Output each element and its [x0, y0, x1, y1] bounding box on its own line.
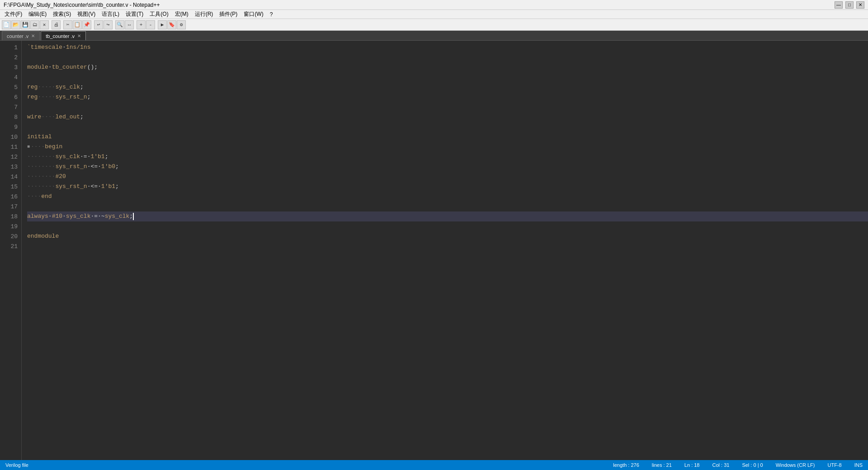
replace-button[interactable]: ↔: [125, 20, 134, 29]
code-line-1: `timescale·1ns/1ns: [27, 42, 868, 52]
copy-button[interactable]: 📋: [73, 20, 82, 29]
code-line-12: ········sys_clk·=·1'b1;: [27, 152, 868, 162]
tabbar: counter .v ✕ tb_counter .v ✕: [0, 31, 868, 41]
col-label: Col : 31: [710, 462, 731, 468]
menu-plugins[interactable]: 插件(P): [217, 10, 240, 19]
open-button[interactable]: 📂: [11, 20, 20, 29]
line-num-16: 16: [0, 192, 21, 202]
editor: 1 2 3 4 5 6 7 8 9 10 11 12 13 14 15 16 1…: [0, 41, 868, 460]
paste-button[interactable]: 📌: [82, 20, 91, 29]
code-line-17: [27, 202, 868, 212]
redo-button[interactable]: ↪: [104, 20, 113, 29]
encoding-label: UTF-8: [826, 462, 843, 468]
bookmark-button[interactable]: 🔖: [167, 20, 176, 29]
menu-help[interactable]: ?: [267, 11, 276, 18]
save-button[interactable]: 💾: [21, 20, 30, 29]
menu-window[interactable]: 窗口(W): [241, 10, 266, 19]
code-line-18: always·#10·sys_clk·=·~sys_clk;: [27, 212, 868, 221]
lines-label: lines : 21: [650, 462, 674, 468]
code-line-6: reg·····sys_rst_n;: [27, 92, 868, 102]
code-line-20: endmodule: [27, 231, 868, 241]
line-num-7: 7: [0, 102, 21, 112]
cut-button[interactable]: ✂: [63, 20, 72, 29]
line-num-9: 9: [0, 122, 21, 132]
text-cursor: [133, 213, 134, 220]
menu-search[interactable]: 搜索(S): [50, 10, 74, 19]
code-line-8: wire····led_out;: [27, 112, 868, 122]
statusbar-right: length : 276 lines : 21 Ln : 18 Col : 31…: [611, 462, 864, 468]
tab-close-tb-counter[interactable]: ✕: [77, 33, 81, 38]
ins-label: INS: [853, 462, 864, 468]
code-line-9: [27, 122, 868, 132]
line-num-1: 1: [0, 42, 21, 52]
menubar: 文件(F) 编辑(E) 搜索(S) 视图(V) 语言(L) 设置(T) 工具(O…: [0, 10, 868, 19]
tab-tb-counter[interactable]: tb_counter .v ✕: [41, 31, 86, 40]
code-line-7: [27, 102, 868, 112]
titlebar-title: F:\FPGA\My_Study_Notes\counter\sim\tb_co…: [4, 2, 160, 8]
run-button[interactable]: ▶: [158, 20, 167, 29]
menu-settings[interactable]: 设置(T): [123, 10, 146, 19]
minimize-button[interactable]: —: [835, 1, 843, 9]
code-line-16: ····end: [27, 192, 868, 202]
file-type-label: Verilog file: [4, 462, 30, 468]
line-num-21: 21: [0, 241, 21, 251]
length-label: length : 276: [611, 462, 641, 468]
line-num-14: 14: [0, 172, 21, 182]
settings-button[interactable]: ⚙: [177, 20, 186, 29]
line-num-5: 5: [0, 82, 21, 92]
statusbar-left: Verilog file: [4, 462, 30, 468]
toolbar: 📄 📂 💾 🗂 ✕ 🖨 ✂ 📋 📌 ↩ ↪ 🔍 ↔ + - ▶ 🔖 ⚙: [0, 19, 868, 31]
window-controls: — □ ✕: [835, 1, 864, 9]
save-all-button[interactable]: 🗂: [30, 20, 39, 29]
code-line-10: initial: [27, 132, 868, 142]
code-line-15: ········sys_rst_n·<=·1'b1;: [27, 182, 868, 192]
tab-counter[interactable]: counter .v ✕: [2, 31, 40, 40]
line-num-13: 13: [0, 162, 21, 172]
ln-label: Ln : 18: [683, 462, 702, 468]
close-button[interactable]: ✕: [40, 20, 49, 29]
code-line-5: reg·····sys_clk;: [27, 82, 868, 92]
line-numbers: 1 2 3 4 5 6 7 8 9 10 11 12 13 14 15 16 1…: [0, 41, 22, 460]
zoom-out-button[interactable]: -: [146, 20, 155, 29]
line-num-6: 6: [0, 92, 21, 102]
zoom-in-button[interactable]: +: [137, 20, 146, 29]
code-line-14: ········#20: [27, 172, 868, 182]
code-editor[interactable]: `timescale·1ns/1ns module·tb_counter(); …: [22, 41, 868, 460]
code-line-3: module·tb_counter();: [27, 62, 868, 72]
print-button[interactable]: 🖨: [52, 20, 61, 29]
find-button[interactable]: 🔍: [115, 20, 124, 29]
menu-run[interactable]: 运行(R): [192, 10, 216, 19]
line-num-11: 11: [0, 142, 21, 152]
code-line-19: [27, 221, 868, 231]
line-num-10: 10: [0, 132, 21, 142]
menu-file[interactable]: 文件(F): [2, 10, 25, 19]
fold-marker-11[interactable]: ■: [27, 142, 30, 152]
line-num-18: 18: [0, 212, 21, 221]
line-num-15: 15: [0, 182, 21, 192]
menu-macro[interactable]: 宏(M): [172, 10, 191, 19]
code-line-21: [27, 241, 868, 251]
line-num-4: 4: [0, 72, 21, 82]
line-num-12: 12: [0, 152, 21, 162]
sel-label: Sel : 0 | 0: [740, 462, 764, 468]
undo-button[interactable]: ↩: [94, 20, 103, 29]
menu-tools[interactable]: 工具(O): [147, 10, 171, 19]
line-num-3: 3: [0, 62, 21, 72]
new-button[interactable]: 📄: [2, 20, 11, 29]
menu-view[interactable]: 视图(V): [75, 10, 98, 19]
line-num-8: 8: [0, 112, 21, 122]
maximize-button[interactable]: □: [845, 1, 854, 9]
menu-edit[interactable]: 编辑(E): [26, 10, 49, 19]
code-line-4: [27, 72, 868, 82]
line-num-2: 2: [0, 52, 21, 62]
tab-close-counter[interactable]: ✕: [31, 33, 35, 38]
line-num-19: 19: [0, 221, 21, 231]
code-line-13: ········sys_rst_n·<=·1'b0;: [27, 162, 868, 172]
titlebar: F:\FPGA\My_Study_Notes\counter\sim\tb_co…: [0, 0, 868, 10]
menu-language[interactable]: 语言(L): [99, 10, 122, 19]
statusbar: Verilog file length : 276 lines : 21 Ln …: [0, 460, 868, 470]
code-line-2: [27, 52, 868, 62]
eol-label: Windows (CR LF): [774, 462, 817, 468]
close-button[interactable]: ✕: [856, 1, 864, 9]
line-num-20: 20: [0, 231, 21, 241]
